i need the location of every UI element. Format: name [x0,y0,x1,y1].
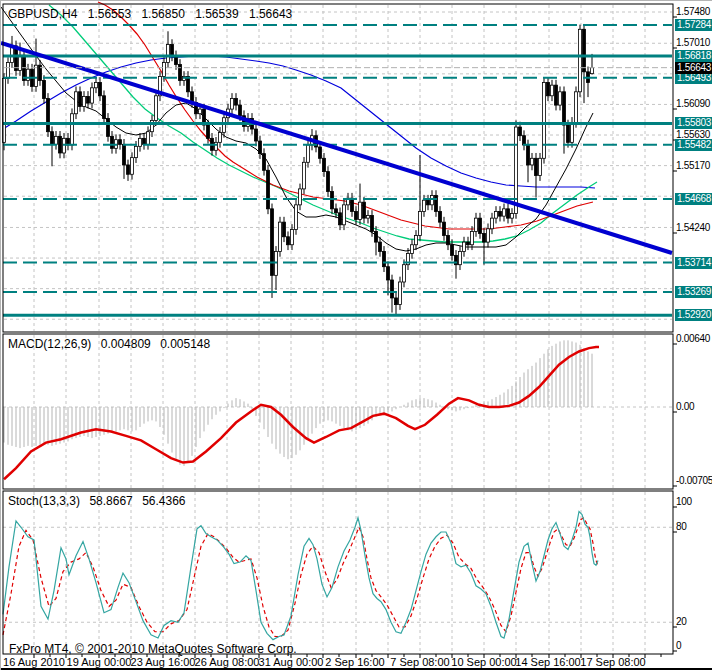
macd-signal-layer [4,347,599,479]
trendline-layer [1,43,672,253]
macd-histogram-layer [4,340,592,466]
mt4-chart-window: GBPUSD,H4 1.56553 1.56850 1.56539 1.5664… [0,0,712,670]
chart-canvas[interactable] [1,1,712,670]
levels-layer [3,25,672,315]
